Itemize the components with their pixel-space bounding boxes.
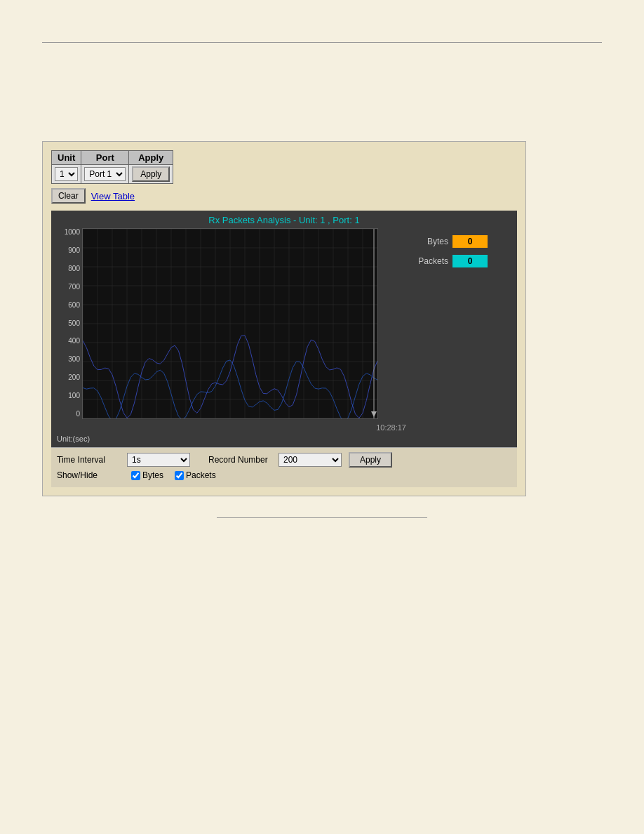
- y-label-400: 400: [57, 337, 82, 345]
- header-row: Unit Port Apply 1 2 3: [51, 150, 517, 184]
- page-wrapper: Unit Port Apply 1 2 3: [0, 0, 644, 834]
- bottom-divider: [217, 517, 427, 518]
- time-interval-select[interactable]: 1s 5s 10s 30s 60s: [127, 453, 190, 467]
- port-select[interactable]: Port 1 Port 2 Port 3 Port 4: [84, 167, 126, 181]
- packets-legend-label: Packets: [413, 256, 448, 266]
- packets-checkbox[interactable]: [175, 471, 184, 480]
- action-row: Clear View Table: [51, 188, 517, 204]
- apply-cell: Apply: [129, 165, 173, 184]
- y-label-1000: 1000: [57, 228, 82, 236]
- show-hide-label: Show/Hide: [57, 470, 120, 480]
- time-record-row: Time Interval 1s 5s 10s 30s 60s Record N…: [57, 452, 511, 468]
- port-col-header: Port: [81, 151, 129, 165]
- packets-legend-item: Packets 0: [413, 255, 511, 267]
- apply-col-header: Apply: [129, 151, 173, 165]
- bytes-legend-value: 0: [452, 235, 488, 248]
- packets-check-text: Packets: [186, 470, 216, 480]
- unit-col-header: Unit: [52, 151, 81, 165]
- y-label-300: 300: [57, 355, 82, 363]
- chart-legend: Bytes 0 Packets 0: [413, 228, 511, 432]
- unit-port-table: Unit Port Apply 1 2 3: [51, 150, 173, 184]
- chart-title: Rx Packets Analysis - Unit: 1 , Port: 1: [57, 215, 511, 225]
- unit-sec-label: Unit:(sec): [57, 435, 511, 443]
- rx-chart-canvas: [82, 228, 378, 419]
- port-cell: Port 1 Port 2 Port 3 Port 4: [81, 165, 129, 184]
- bytes-legend-label: Bytes: [413, 237, 448, 246]
- y-label-200: 200: [57, 373, 82, 381]
- y-label-600: 600: [57, 301, 82, 309]
- unit-select[interactable]: 1 2 3: [55, 167, 78, 181]
- bottom-apply-button[interactable]: Apply: [349, 452, 392, 468]
- record-number-select[interactable]: 50 100 200: [279, 453, 342, 467]
- packets-checkbox-label[interactable]: Packets: [175, 470, 216, 480]
- clear-button[interactable]: Clear: [51, 188, 86, 204]
- unit-cell: 1 2 3: [52, 165, 81, 184]
- bottom-controls: Time Interval 1s 5s 10s 30s 60s Record N…: [51, 447, 517, 487]
- chart-container: Rx Packets Analysis - Unit: 1 , Port: 1 …: [51, 211, 517, 447]
- top-divider: [42, 42, 602, 43]
- show-hide-row: Show/Hide Bytes Packets: [57, 470, 511, 480]
- bytes-check-text: Bytes: [142, 470, 163, 480]
- y-label-500: 500: [57, 319, 82, 327]
- y-label-900: 900: [57, 246, 82, 254]
- chart-timestamp: 10:28:17: [82, 423, 406, 432]
- bytes-legend-item: Bytes 0: [413, 235, 511, 248]
- y-label-0: 0: [57, 410, 82, 418]
- y-label-700: 700: [57, 283, 82, 291]
- time-interval-label: Time Interval: [57, 455, 120, 465]
- bytes-checkbox-label[interactable]: Bytes: [131, 470, 163, 480]
- bytes-checkbox[interactable]: [131, 471, 140, 480]
- record-number-label: Record Number: [208, 455, 271, 465]
- chart-area: 0 100 200 300 400 500 600 700 800 900: [57, 228, 511, 432]
- y-label-100: 100: [57, 392, 82, 399]
- apply-button[interactable]: Apply: [132, 166, 170, 182]
- main-panel: Unit Port Apply 1 2 3: [42, 141, 526, 496]
- packets-legend-value: 0: [452, 255, 488, 267]
- view-table-link[interactable]: View Table: [91, 191, 135, 201]
- y-label-800: 800: [57, 265, 82, 272]
- chart-left: 0 100 200 300 400 500 600 700 800 900: [57, 228, 406, 432]
